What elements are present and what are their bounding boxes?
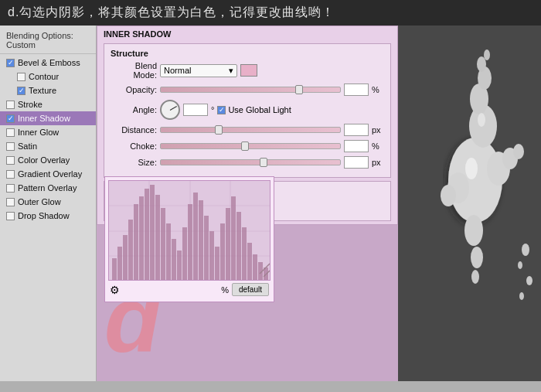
percent-value: % bbox=[221, 285, 229, 295]
inner-shadow-checkbox[interactable] bbox=[6, 114, 15, 123]
satin-checkbox[interactable] bbox=[6, 142, 15, 151]
bevel-checkbox[interactable] bbox=[6, 59, 15, 67]
structure-title: Structure bbox=[111, 49, 384, 61]
angle-dial[interactable] bbox=[160, 100, 180, 120]
sidebar-item-inner-glow[interactable]: Inner Glow bbox=[0, 125, 96, 139]
structure-group: Structure Blend Mode: Normal ▾ Opacity: bbox=[104, 43, 391, 178]
stroke-checkbox[interactable] bbox=[6, 101, 15, 109]
left-sidebar: Blending Options: Custom Bevel & Emboss … bbox=[0, 26, 97, 381]
global-light-checkbox[interactable] bbox=[217, 106, 226, 114]
distance-unit: px bbox=[372, 125, 384, 135]
blend-mode-value: Normal bbox=[164, 66, 191, 75]
svg-rect-25 bbox=[209, 231, 214, 281]
contour-graph[interactable] bbox=[108, 180, 270, 281]
svg-rect-28 bbox=[226, 208, 230, 281]
sidebar-item-stroke[interactable]: Stroke bbox=[0, 97, 96, 111]
svg-rect-31 bbox=[242, 227, 247, 281]
sidebar-item-contour[interactable]: Contour bbox=[11, 70, 96, 84]
opacity-slider[interactable] bbox=[160, 87, 341, 93]
panel-title: INNER SHADOW bbox=[97, 26, 397, 40]
svg-rect-11 bbox=[134, 204, 138, 281]
pattern-overlay-checkbox[interactable] bbox=[6, 184, 15, 193]
popup-buttons: % default bbox=[221, 283, 269, 296]
sidebar-item-gradient-overlay[interactable]: Gradient Overlay bbox=[0, 167, 96, 181]
sidebar-item-outer-glow[interactable]: Outer Glow bbox=[0, 195, 96, 209]
banner-text: d.勾选内阴影，将其颜色设置为白色，记得更改曲线哟！ bbox=[8, 5, 335, 19]
color-overlay-checkbox[interactable] bbox=[6, 156, 15, 165]
drop-shadow-checkbox[interactable] bbox=[6, 212, 15, 220]
svg-rect-13 bbox=[145, 189, 149, 281]
sidebar-item-drop-shadow[interactable]: Drop Shadow bbox=[0, 209, 96, 223]
distance-label: Distance: bbox=[111, 125, 157, 135]
texture-checkbox[interactable] bbox=[17, 87, 26, 95]
inner-shadow-label: Inner Shadow bbox=[18, 114, 70, 123]
svg-point-50 bbox=[464, 215, 483, 246]
blending-options-item[interactable]: Blending Options: Custom bbox=[0, 29, 96, 52]
choke-input[interactable]: 11 bbox=[344, 140, 369, 152]
svg-point-56 bbox=[518, 261, 522, 269]
svg-point-58 bbox=[519, 292, 524, 300]
contour-popup-inner: ⚙ % default bbox=[105, 177, 274, 302]
global-light-text: Use Global Light bbox=[228, 105, 291, 114]
pattern-overlay-label: Pattern Overlay bbox=[18, 183, 77, 193]
center-panel: INNER SHADOW Structure Blend Mode: Norma… bbox=[97, 26, 398, 381]
angle-label: Angle: bbox=[111, 105, 157, 114]
distance-thumb[interactable] bbox=[215, 125, 223, 135]
gear-icon[interactable]: ⚙ bbox=[110, 284, 120, 296]
blend-mode-label: Blend Mode: bbox=[111, 61, 157, 80]
svg-rect-19 bbox=[177, 251, 182, 281]
sidebar-item-satin[interactable]: Satin bbox=[0, 139, 96, 153]
use-global-light-label[interactable]: Use Global Light bbox=[217, 105, 291, 114]
gradient-overlay-label: Gradient Overlay bbox=[18, 169, 82, 179]
svg-point-55 bbox=[522, 244, 529, 256]
angle-input[interactable]: 120 bbox=[183, 104, 208, 116]
distance-slider[interactable] bbox=[160, 127, 341, 133]
outer-glow-label: Outer Glow bbox=[18, 197, 61, 206]
svg-point-47 bbox=[513, 144, 524, 159]
svg-rect-20 bbox=[182, 227, 187, 281]
opacity-label: Opacity: bbox=[111, 85, 157, 94]
svg-rect-22 bbox=[193, 193, 198, 281]
inner-glow-label: Inner Glow bbox=[18, 128, 59, 137]
svg-rect-10 bbox=[128, 220, 133, 281]
outer-glow-checkbox[interactable] bbox=[6, 198, 15, 206]
svg-point-44 bbox=[484, 49, 490, 60]
sidebar-item-bevel[interactable]: Bevel & Emboss bbox=[0, 56, 96, 70]
distance-row: Distance: 7 px bbox=[111, 124, 384, 136]
sidebar-divider bbox=[0, 53, 96, 54]
default-label: fault bbox=[247, 285, 262, 294]
sidebar-item-pattern-overlay[interactable]: Pattern Overlay bbox=[0, 181, 96, 195]
opacity-row: Opacity: 75 % bbox=[111, 84, 384, 96]
size-row: Size: 24 px bbox=[111, 156, 384, 169]
svg-rect-23 bbox=[199, 200, 203, 281]
opacity-thumb[interactable] bbox=[295, 85, 303, 94]
svg-point-57 bbox=[526, 276, 532, 285]
svg-rect-24 bbox=[204, 216, 209, 281]
default-button[interactable]: default bbox=[232, 283, 269, 296]
contour-checkbox[interactable] bbox=[17, 73, 26, 81]
contour-label: Contour bbox=[29, 72, 59, 81]
opacity-input[interactable]: 75 bbox=[344, 84, 369, 96]
svg-point-49 bbox=[441, 185, 456, 206]
main-layout: Blending Options: Custom Bevel & Emboss … bbox=[0, 26, 541, 381]
svg-rect-27 bbox=[220, 223, 225, 281]
gradient-overlay-checkbox[interactable] bbox=[6, 170, 15, 179]
sidebar-item-inner-shadow[interactable]: Inner Shadow bbox=[0, 111, 96, 125]
size-unit: px bbox=[372, 158, 384, 167]
sidebar-item-color-overlay[interactable]: Color Overlay bbox=[0, 153, 96, 167]
blending-options-label: Blending Options: Custom bbox=[6, 31, 90, 49]
svg-rect-26 bbox=[215, 247, 219, 281]
blend-mode-dropdown[interactable]: Normal ▾ bbox=[160, 64, 237, 77]
choke-unit: % bbox=[372, 141, 384, 151]
inner-glow-checkbox[interactable] bbox=[6, 128, 15, 137]
choke-slider[interactable] bbox=[160, 143, 341, 149]
size-input[interactable]: 24 bbox=[344, 156, 369, 169]
blend-color-swatch[interactable] bbox=[240, 64, 257, 77]
distance-input[interactable]: 7 bbox=[344, 124, 369, 136]
svg-rect-21 bbox=[188, 204, 192, 281]
svg-rect-14 bbox=[150, 185, 155, 281]
sidebar-item-texture[interactable]: Texture bbox=[11, 84, 96, 97]
choke-thumb[interactable] bbox=[241, 141, 249, 151]
size-slider[interactable] bbox=[160, 159, 341, 165]
size-thumb[interactable] bbox=[260, 158, 267, 167]
